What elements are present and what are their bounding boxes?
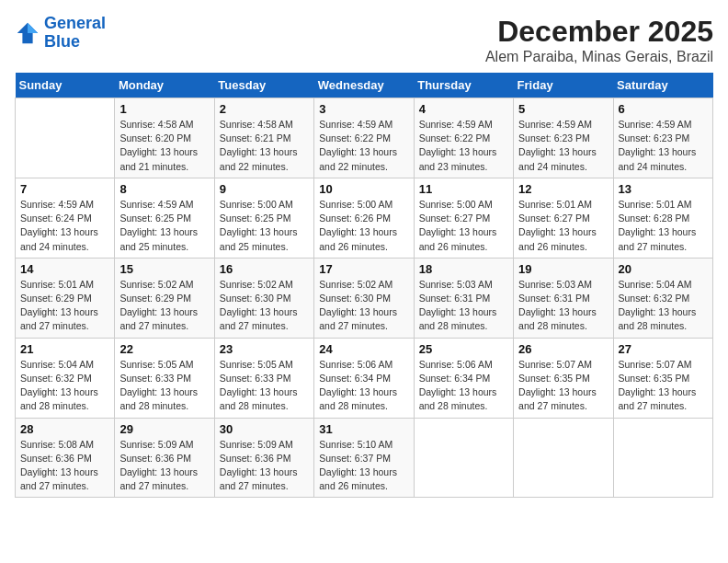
calendar-day-cell: 13Sunrise: 5:01 AM Sunset: 6:28 PM Dayli… — [613, 178, 712, 258]
logo-icon — [15, 20, 40, 46]
calendar-day-cell — [16, 98, 115, 178]
calendar-day-cell — [514, 418, 613, 498]
day-info: Sunrise: 5:02 AM Sunset: 6:30 PM Dayligh… — [319, 278, 408, 334]
calendar-day-cell: 3Sunrise: 4:59 AM Sunset: 6:22 PM Daylig… — [314, 98, 414, 178]
calendar-day-cell: 4Sunrise: 4:59 AM Sunset: 6:22 PM Daylig… — [414, 98, 513, 178]
day-info: Sunrise: 5:02 AM Sunset: 6:29 PM Dayligh… — [119, 278, 209, 334]
day-number: 23 — [220, 342, 309, 356]
day-number: 7 — [20, 182, 109, 196]
day-number: 19 — [518, 262, 608, 276]
day-info: Sunrise: 5:07 AM Sunset: 6:35 PM Dayligh… — [518, 358, 608, 414]
day-number: 3 — [319, 102, 408, 116]
day-number: 15 — [119, 262, 209, 276]
day-info: Sunrise: 5:04 AM Sunset: 6:32 PM Dayligh… — [20, 358, 109, 414]
calendar-week-row: 21Sunrise: 5:04 AM Sunset: 6:32 PM Dayli… — [16, 338, 713, 418]
calendar-day-cell: 26Sunrise: 5:07 AM Sunset: 6:35 PM Dayli… — [514, 338, 613, 418]
day-number: 24 — [319, 342, 408, 356]
calendar-day-cell: 5Sunrise: 4:59 AM Sunset: 6:23 PM Daylig… — [514, 98, 613, 178]
calendar-day-cell: 25Sunrise: 5:06 AM Sunset: 6:34 PM Dayli… — [414, 338, 513, 418]
day-info: Sunrise: 5:03 AM Sunset: 6:31 PM Dayligh… — [419, 278, 508, 334]
day-number: 8 — [119, 182, 209, 196]
calendar-day-cell: 20Sunrise: 5:04 AM Sunset: 6:32 PM Dayli… — [613, 258, 712, 338]
day-info: Sunrise: 5:08 AM Sunset: 6:36 PM Dayligh… — [20, 438, 109, 494]
day-info: Sunrise: 5:09 AM Sunset: 6:36 PM Dayligh… — [119, 438, 209, 494]
calendar-day-cell: 9Sunrise: 5:00 AM Sunset: 6:25 PM Daylig… — [214, 178, 313, 258]
calendar-day-cell: 14Sunrise: 5:01 AM Sunset: 6:29 PM Dayli… — [16, 258, 115, 338]
day-number: 31 — [319, 422, 408, 436]
day-number: 18 — [419, 262, 508, 276]
calendar-day-cell: 29Sunrise: 5:09 AM Sunset: 6:36 PM Dayli… — [115, 418, 214, 498]
day-info: Sunrise: 5:07 AM Sunset: 6:35 PM Dayligh… — [619, 358, 708, 414]
day-number: 29 — [119, 422, 209, 436]
calendar-week-row: 1Sunrise: 4:58 AM Sunset: 6:20 PM Daylig… — [16, 98, 713, 178]
weekday-header-cell: Tuesday — [214, 73, 313, 98]
calendar-day-cell: 12Sunrise: 5:01 AM Sunset: 6:27 PM Dayli… — [514, 178, 613, 258]
day-info: Sunrise: 4:59 AM Sunset: 6:23 PM Dayligh… — [518, 118, 608, 174]
day-number: 26 — [518, 342, 608, 356]
day-info: Sunrise: 5:03 AM Sunset: 6:31 PM Dayligh… — [518, 278, 608, 334]
day-info: Sunrise: 5:00 AM Sunset: 6:26 PM Dayligh… — [319, 198, 408, 254]
day-info: Sunrise: 5:05 AM Sunset: 6:33 PM Dayligh… — [220, 358, 309, 414]
day-number: 12 — [518, 182, 608, 196]
weekday-header-cell: Saturday — [613, 73, 712, 98]
logo: General Blue — [15, 15, 106, 52]
calendar-day-cell: 10Sunrise: 5:00 AM Sunset: 6:26 PM Dayli… — [314, 178, 414, 258]
calendar-day-cell: 2Sunrise: 4:58 AM Sunset: 6:21 PM Daylig… — [214, 98, 313, 178]
calendar-day-cell: 17Sunrise: 5:02 AM Sunset: 6:30 PM Dayli… — [314, 258, 414, 338]
day-number: 22 — [119, 342, 209, 356]
weekday-header-cell: Sunday — [16, 73, 115, 98]
calendar-day-cell: 24Sunrise: 5:06 AM Sunset: 6:34 PM Dayli… — [314, 338, 414, 418]
day-info: Sunrise: 5:00 AM Sunset: 6:27 PM Dayligh… — [419, 198, 508, 254]
day-number: 27 — [619, 342, 708, 356]
calendar-day-cell: 27Sunrise: 5:07 AM Sunset: 6:35 PM Dayli… — [613, 338, 712, 418]
day-info: Sunrise: 4:59 AM Sunset: 6:23 PM Dayligh… — [619, 118, 708, 174]
day-info: Sunrise: 4:59 AM Sunset: 6:24 PM Dayligh… — [20, 198, 109, 254]
day-number: 14 — [20, 262, 109, 276]
day-info: Sunrise: 5:09 AM Sunset: 6:36 PM Dayligh… — [220, 438, 309, 494]
calendar-day-cell: 1Sunrise: 4:58 AM Sunset: 6:20 PM Daylig… — [115, 98, 214, 178]
calendar-week-row: 28Sunrise: 5:08 AM Sunset: 6:36 PM Dayli… — [16, 418, 713, 498]
calendar-day-cell: 11Sunrise: 5:00 AM Sunset: 6:27 PM Dayli… — [414, 178, 513, 258]
day-info: Sunrise: 5:01 AM Sunset: 6:28 PM Dayligh… — [619, 198, 708, 254]
day-number: 6 — [619, 102, 708, 116]
day-info: Sunrise: 4:59 AM Sunset: 6:25 PM Dayligh… — [119, 198, 209, 254]
weekday-header-row: SundayMondayTuesdayWednesdayThursdayFrid… — [16, 73, 713, 98]
day-number: 4 — [419, 102, 508, 116]
calendar-day-cell: 28Sunrise: 5:08 AM Sunset: 6:36 PM Dayli… — [16, 418, 115, 498]
calendar-day-cell: 16Sunrise: 5:02 AM Sunset: 6:30 PM Dayli… — [214, 258, 313, 338]
svg-marker-1 — [28, 23, 38, 33]
day-info: Sunrise: 5:10 AM Sunset: 6:37 PM Dayligh… — [319, 438, 408, 494]
day-info: Sunrise: 5:02 AM Sunset: 6:30 PM Dayligh… — [220, 278, 309, 334]
day-number: 11 — [419, 182, 508, 196]
page-header: General Blue December 2025 Alem Paraiba,… — [15, 15, 713, 65]
calendar-title: December 2025 — [485, 15, 713, 49]
calendar-table: SundayMondayTuesdayWednesdayThursdayFrid… — [15, 73, 713, 498]
day-number: 25 — [419, 342, 508, 356]
logo-line1: General — [44, 14, 106, 32]
day-info: Sunrise: 4:59 AM Sunset: 6:22 PM Dayligh… — [419, 118, 508, 174]
calendar-day-cell: 22Sunrise: 5:05 AM Sunset: 6:33 PM Dayli… — [115, 338, 214, 418]
day-info: Sunrise: 5:06 AM Sunset: 6:34 PM Dayligh… — [319, 358, 408, 414]
weekday-header-cell: Thursday — [414, 73, 513, 98]
calendar-day-cell: 21Sunrise: 5:04 AM Sunset: 6:32 PM Dayli… — [16, 338, 115, 418]
weekday-header-cell: Friday — [514, 73, 613, 98]
day-number: 10 — [319, 182, 408, 196]
day-number: 13 — [619, 182, 708, 196]
calendar-day-cell: 23Sunrise: 5:05 AM Sunset: 6:33 PM Dayli… — [214, 338, 313, 418]
calendar-subtitle: Alem Paraiba, Minas Gerais, Brazil — [485, 49, 713, 65]
title-block: December 2025 Alem Paraiba, Minas Gerais… — [485, 15, 713, 65]
day-info: Sunrise: 4:58 AM Sunset: 6:21 PM Dayligh… — [220, 118, 309, 174]
calendar-day-cell: 7Sunrise: 4:59 AM Sunset: 6:24 PM Daylig… — [16, 178, 115, 258]
day-number: 30 — [220, 422, 309, 436]
day-info: Sunrise: 5:01 AM Sunset: 6:29 PM Dayligh… — [20, 278, 109, 334]
calendar-day-cell: 8Sunrise: 4:59 AM Sunset: 6:25 PM Daylig… — [115, 178, 214, 258]
day-number: 16 — [220, 262, 309, 276]
day-info: Sunrise: 5:04 AM Sunset: 6:32 PM Dayligh… — [619, 278, 708, 334]
logo-text: General Blue — [44, 15, 106, 52]
day-number: 9 — [220, 182, 309, 196]
calendar-day-cell: 6Sunrise: 4:59 AM Sunset: 6:23 PM Daylig… — [613, 98, 712, 178]
day-info: Sunrise: 5:01 AM Sunset: 6:27 PM Dayligh… — [518, 198, 608, 254]
calendar-day-cell: 18Sunrise: 5:03 AM Sunset: 6:31 PM Dayli… — [414, 258, 513, 338]
weekday-header-cell: Monday — [115, 73, 214, 98]
day-number: 28 — [20, 422, 109, 436]
